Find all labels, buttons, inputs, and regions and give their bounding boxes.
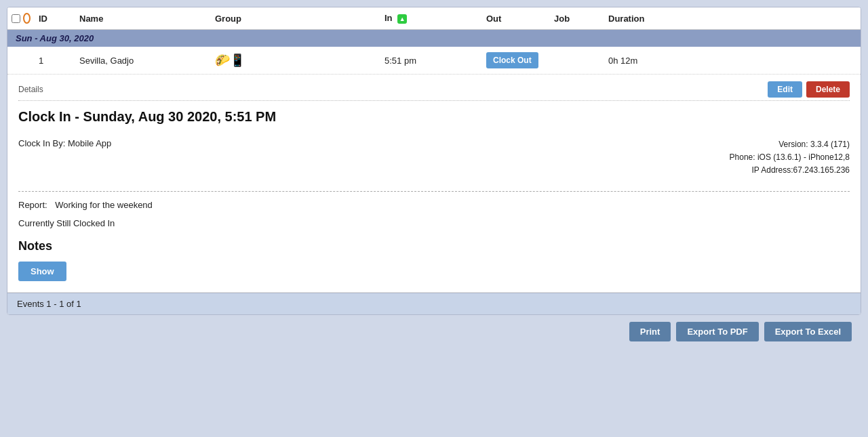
- table-row: 1 Sevilla, Gadjo 🌮📱 5:51 pm Clock Out 0h…: [7, 47, 861, 75]
- divider: [18, 191, 850, 192]
- details-actions: Edit Delete: [768, 81, 850, 98]
- edit-button[interactable]: Edit: [768, 81, 802, 98]
- table-header: ID Name Group In ▲ Out Job Duration: [7, 7, 861, 30]
- clock-in-by: Clock In By: Mobile App: [18, 138, 111, 148]
- phone-text: Phone: iOS (13.6.1) - iPhone12,8: [730, 151, 850, 164]
- footer-row: Events 1 - 1 of 1: [7, 293, 861, 314]
- delete-button[interactable]: Delete: [806, 81, 850, 98]
- col-job: Job: [550, 14, 604, 24]
- cell-clock-out[interactable]: Clock Out: [482, 52, 550, 68]
- group-header: Sun - Aug 30, 2020: [7, 30, 861, 47]
- details-section: Details Edit Delete Clock In - Sunday, A…: [7, 75, 861, 293]
- still-clocked: Currently Still Clocked In: [18, 218, 850, 228]
- version-info: Version: 3.3.4 (171) Phone: iOS (13.6.1)…: [730, 138, 850, 178]
- cell-in-time: 5:51 pm: [380, 56, 482, 66]
- details-label-row: Details Edit Delete: [18, 81, 850, 101]
- group-label: Sun - Aug 30, 2020: [16, 33, 94, 43]
- cell-duration: 0h 12m: [604, 56, 686, 66]
- cell-name: Sevilla, Gadjo: [75, 56, 211, 66]
- up-arrow-icon: ▲: [397, 14, 407, 24]
- export-pdf-button[interactable]: Export To PDF: [676, 322, 758, 341]
- clock-out-button[interactable]: Clock Out: [486, 52, 538, 68]
- select-all-checkbox[interactable]: [12, 14, 20, 23]
- report-row: Report: Working for the weekend: [18, 200, 850, 210]
- report-label: Report:: [18, 200, 47, 210]
- export-excel-button[interactable]: Export To Excel: [764, 322, 852, 341]
- col-out: Out: [482, 14, 550, 24]
- report-value: Working for the weekend: [55, 200, 153, 210]
- show-button[interactable]: Show: [18, 262, 66, 281]
- cell-id: 1: [35, 56, 75, 66]
- version-text: Version: 3.3.4 (171): [730, 138, 850, 151]
- checkbox-col[interactable]: [7, 13, 35, 24]
- emoji-icons: 🌮📱: [215, 54, 245, 67]
- print-button[interactable]: Print: [629, 322, 671, 341]
- events-label: Events 1 - 1 of 1: [17, 299, 81, 309]
- col-group: Group: [211, 14, 380, 24]
- ip-address-text: IP Address:67.243.165.236: [730, 164, 850, 177]
- col-name: Name: [75, 14, 211, 24]
- col-in: In ▲: [380, 13, 482, 24]
- details-label: Details: [18, 85, 43, 94]
- main-container: ID Name Group In ▲ Out Job Duration Sun …: [7, 7, 861, 315]
- info-row: Clock In By: Mobile App Version: 3.3.4 (…: [18, 138, 850, 178]
- col-duration: Duration: [604, 14, 686, 24]
- cell-group: 🌮📱: [211, 53, 380, 68]
- timer-icon: [23, 13, 31, 24]
- notes-title: Notes: [18, 239, 850, 253]
- clock-in-title: Clock In - Sunday, Aug 30 2020, 5:51 PM: [18, 109, 850, 125]
- col-id: ID: [35, 14, 75, 24]
- action-buttons-row: Print Export To PDF Export To Excel: [7, 315, 861, 348]
